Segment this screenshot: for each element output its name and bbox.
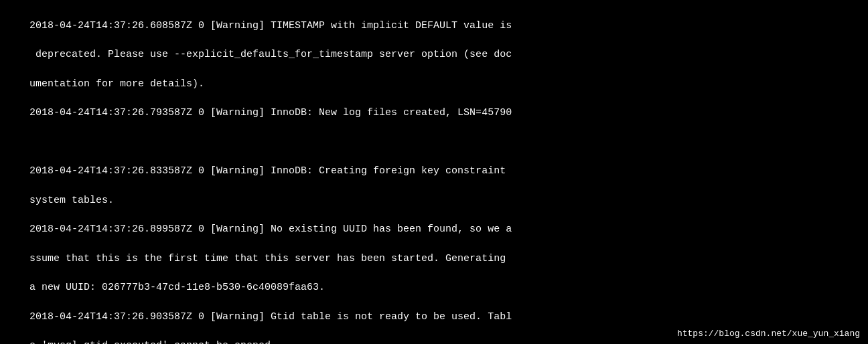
log-line-9: ssume that this is the first time that t…: [29, 253, 506, 264]
log-line-4: 2018-04-24T14:37:26.793587Z 0 [Warning] …: [29, 107, 512, 118]
log-line-3: umentation for more details).: [29, 78, 204, 90]
terminal-window: 2018-04-24T14:37:26.608587Z 0 [Warning] …: [0, 0, 868, 344]
log-line-7: system tables.: [29, 195, 114, 206]
log-output: 2018-04-24T14:37:26.608587Z 0 [Warning] …: [5, 4, 863, 344]
log-line-1: 2018-04-24T14:37:26.608587Z 0 [Warning] …: [29, 20, 512, 31]
log-line-2: deprecated. Please use --explicit_defaul…: [29, 49, 512, 60]
log-line-11: 2018-04-24T14:37:26.903587Z 0 [Warning] …: [29, 311, 512, 323]
log-line-6: 2018-04-24T14:37:26.833587Z 0 [Warning] …: [29, 165, 506, 177]
log-line-10: a new UUID: 026777b3-47cd-11e8-b530-6c40…: [29, 282, 325, 293]
log-line-12: e 'mysql.gtid_executed' cannot be opened…: [29, 340, 277, 344]
log-line-8: 2018-04-24T14:37:26.899587Z 0 [Warning] …: [29, 224, 512, 235]
footer-url: https://blog.csdn.net/xue_yun_xiang: [677, 329, 860, 339]
